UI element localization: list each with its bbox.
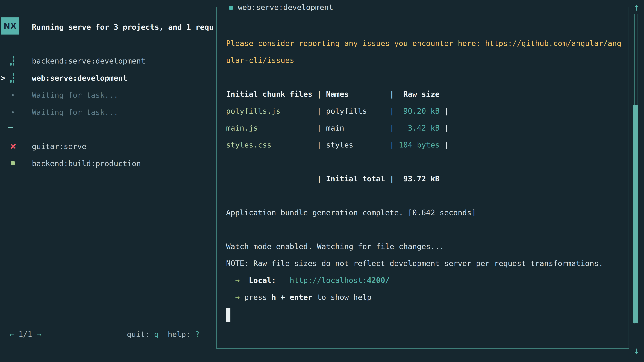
warning-line: ular-cli/issues xyxy=(226,52,625,69)
pagination: ← 1/1 → xyxy=(10,327,41,341)
help-hint-label: help: xyxy=(168,330,195,339)
task-label: web:serve:development xyxy=(32,73,127,82)
running-dot-icon: ● xyxy=(229,3,233,12)
spinner-icon xyxy=(10,56,15,66)
task-list-sidebar: NX Running serve for 3 projects, and 1 r… xyxy=(0,0,216,362)
waiting-dot-icon xyxy=(12,94,14,96)
note-line: NOTE: Raw file sizes do not reflect deve… xyxy=(226,255,625,272)
scroll-up-arrow-icon[interactable]: ↑ xyxy=(630,1,643,13)
task-row-web-serve[interactable]: > web:serve:development xyxy=(0,71,216,85)
success-square-icon xyxy=(11,161,15,165)
page-prev-arrow-icon[interactable]: ← xyxy=(10,330,14,339)
panel-title: ● web:serve:development xyxy=(226,1,341,13)
blank-line xyxy=(226,187,625,204)
task-label: Waiting for task... xyxy=(32,108,118,117)
localhost-url[interactable]: http://localhost:4200/ xyxy=(290,276,390,285)
scrollbar-thumb[interactable] xyxy=(633,105,638,323)
quit-hint-label: quit: xyxy=(127,330,154,339)
table-row: polyfills.js | polyfills | 90.20 kB | xyxy=(226,103,625,119)
table-row: main.js | main | 3.42 kB | xyxy=(226,119,625,136)
task-label: backend:serve:development xyxy=(32,56,146,65)
blank-line xyxy=(226,221,625,238)
bundle-complete-line: Application bundle generation complete. … xyxy=(226,204,625,221)
spinner-icon xyxy=(10,73,15,83)
task-row-waiting-2[interactable]: Waiting for task... xyxy=(0,105,216,119)
terminal-cursor xyxy=(226,308,230,322)
blank-line xyxy=(226,153,625,170)
task-output-panel: ● web:serve:development Please consider … xyxy=(216,7,629,349)
table-header: Initial chunk files | Names | Raw size xyxy=(226,86,625,103)
task-label: Waiting for task... xyxy=(32,91,118,99)
sidebar-bottom-bar: ← 1/1 → quit: q help: ? xyxy=(0,327,216,341)
table-total-row: | Initial total | 93.72 kB xyxy=(226,170,625,187)
selected-caret-icon: > xyxy=(1,73,6,83)
arrow-icon: → xyxy=(235,293,240,302)
cursor-line xyxy=(226,306,625,323)
arrow-icon: → xyxy=(235,276,240,285)
keyboard-hints: quit: q help: ? xyxy=(127,327,200,341)
task-row-backend-serve[interactable]: backend:serve:development xyxy=(0,54,216,68)
sidebar-title: Running serve for 3 projects, and 1 requ xyxy=(32,20,216,34)
help-hint-line: → press h + enter to show help xyxy=(226,289,625,306)
quit-key: q xyxy=(154,330,159,339)
terminal-output: Please consider reporting any issues you… xyxy=(226,35,625,323)
panel-title-text: web:serve:development xyxy=(233,3,338,12)
failed-x-icon xyxy=(10,143,16,149)
task-row-guitar-serve[interactable]: guitar:serve xyxy=(0,139,216,153)
watch-mode-line: Watch mode enabled. Watching for file ch… xyxy=(226,238,625,255)
task-row-backend-build[interactable]: backend:build:production xyxy=(0,156,216,170)
nx-logo: NX xyxy=(1,17,19,34)
task-row-waiting-1[interactable]: Waiting for task... xyxy=(0,88,216,102)
page-next-arrow-icon[interactable]: → xyxy=(37,330,41,339)
local-url-line: → Local: http://localhost:4200/ xyxy=(226,272,625,289)
warning-line: Please consider reporting any issues you… xyxy=(226,35,625,52)
help-key: ? xyxy=(195,330,200,339)
task-label: backend:build:production xyxy=(32,159,141,168)
tree-line-corner xyxy=(8,127,13,128)
blank-line xyxy=(226,69,625,86)
scroll-down-arrow-icon[interactable]: ↓ xyxy=(630,345,643,356)
key-combo: h + enter xyxy=(272,293,312,302)
page-indicator: 1/1 xyxy=(14,330,36,339)
table-row: styles.css | styles | 104 bytes | xyxy=(226,136,625,153)
local-label: Local: xyxy=(249,276,276,285)
waiting-dot-icon xyxy=(12,111,14,113)
task-label: guitar:serve xyxy=(32,142,86,151)
